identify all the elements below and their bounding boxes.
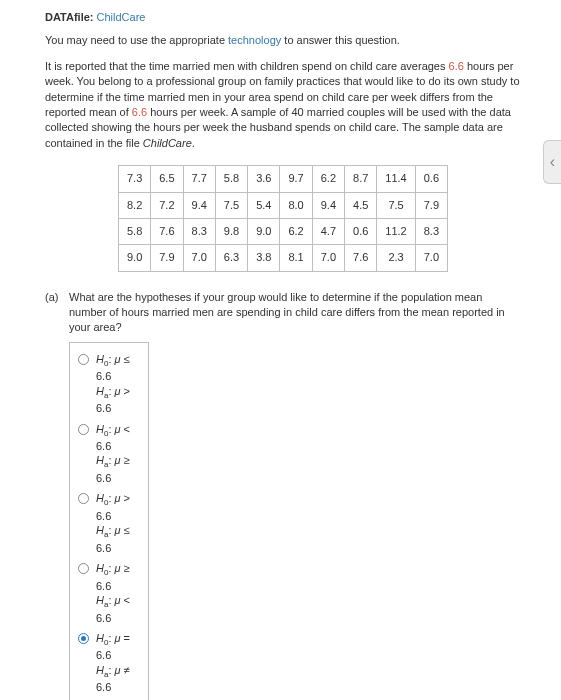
data-cell: 9.0 <box>118 245 150 271</box>
hypothesis-pair: H0: μ ≤ 6.6Ha: μ > 6.6 <box>96 352 140 416</box>
pt1: It is reported that the time married men… <box>45 60 449 72</box>
hypothesis-pair: H0: μ < 6.6Ha: μ ≥ 6.6 <box>96 422 140 486</box>
data-cell: 7.0 <box>415 245 447 271</box>
data-cell: 8.0 <box>280 192 312 218</box>
data-cell: 7.0 <box>183 245 215 271</box>
radio-icon[interactable] <box>78 633 89 644</box>
data-cell: 8.7 <box>345 166 377 192</box>
hypothesis-option[interactable]: H0: μ ≤ 6.6Ha: μ > 6.6 <box>78 349 140 419</box>
data-cell: 9.4 <box>183 192 215 218</box>
hypothesis-option[interactable]: H0: μ = 6.6Ha: μ ≠ 6.6 <box>78 628 140 698</box>
part-a: (a) What are the hypotheses if your grou… <box>45 290 521 700</box>
data-cell: 5.4 <box>248 192 280 218</box>
data-cell: 8.1 <box>280 245 312 271</box>
data-cell: 9.7 <box>280 166 312 192</box>
data-cell: 9.4 <box>312 192 344 218</box>
tech-post: to answer this question. <box>281 34 400 46</box>
side-tab-chevron-icon[interactable]: ‹ <box>543 140 561 184</box>
data-cell: 9.0 <box>248 218 280 244</box>
tech-pre: You may need to use the appropriate <box>45 34 228 46</box>
data-cell: 2.3 <box>377 245 415 271</box>
hypothesis-pair: H0: μ ≥ 6.6Ha: μ < 6.6 <box>96 561 140 625</box>
data-cell: 9.8 <box>215 218 247 244</box>
data-cell: 0.6 <box>345 218 377 244</box>
data-cell: 6.3 <box>215 245 247 271</box>
problem-statement: It is reported that the time married men… <box>45 59 521 151</box>
data-cell: 8.3 <box>415 218 447 244</box>
radio-icon[interactable] <box>78 493 89 504</box>
data-cell: 3.6 <box>248 166 280 192</box>
data-cell: 7.6 <box>151 218 183 244</box>
radio-icon[interactable] <box>78 563 89 574</box>
radio-icon[interactable] <box>78 424 89 435</box>
datafile-link[interactable]: ChildCare <box>97 11 146 23</box>
pfile: ChildCare <box>143 137 192 149</box>
data-cell: 7.6 <box>345 245 377 271</box>
data-cell: 7.5 <box>215 192 247 218</box>
radio-icon[interactable] <box>78 354 89 365</box>
hypothesis-option[interactable]: H0: μ < 6.6Ha: μ ≥ 6.6 <box>78 419 140 489</box>
part-a-options: H0: μ ≤ 6.6Ha: μ > 6.6H0: μ < 6.6Ha: μ ≥… <box>69 342 149 700</box>
sample-data-table: 7.36.57.75.83.69.76.28.711.40.68.27.29.4… <box>118 165 448 272</box>
datafile-label: DATAfile: <box>45 11 93 23</box>
hypothesis-option[interactable]: H0: μ > 6.6Ha: μ ≤ 6.6 <box>78 488 140 558</box>
data-cell: 6.5 <box>151 166 183 192</box>
pn2: 6.6 <box>132 106 147 118</box>
hypothesis-pair: H0: μ > 6.6Ha: μ ≤ 6.6 <box>96 491 140 555</box>
technology-note: You may need to use the appropriate tech… <box>45 33 521 48</box>
hypothesis-pair: H0: μ = 6.6Ha: μ ≠ 6.6 <box>96 631 140 695</box>
data-cell: 7.2 <box>151 192 183 218</box>
part-a-label: (a) <box>45 290 69 700</box>
pn1: 6.6 <box>449 60 464 72</box>
data-cell: 7.3 <box>118 166 150 192</box>
data-cell: 8.3 <box>183 218 215 244</box>
pt4: . <box>192 137 195 149</box>
data-cell: 4.5 <box>345 192 377 218</box>
data-cell: 6.2 <box>312 166 344 192</box>
data-cell: 11.4 <box>377 166 415 192</box>
datafile-line: DATAfile: ChildCare <box>45 10 521 25</box>
data-cell: 7.5 <box>377 192 415 218</box>
data-cell: 5.8 <box>118 218 150 244</box>
data-cell: 7.9 <box>415 192 447 218</box>
data-cell: 4.7 <box>312 218 344 244</box>
hypothesis-option[interactable]: H0: μ ≥ 6.6Ha: μ < 6.6 <box>78 558 140 628</box>
data-cell: 6.2 <box>280 218 312 244</box>
data-cell: 5.8 <box>215 166 247 192</box>
data-cell: 7.9 <box>151 245 183 271</box>
data-cell: 7.0 <box>312 245 344 271</box>
data-cell: 8.2 <box>118 192 150 218</box>
data-cell: 3.8 <box>248 245 280 271</box>
data-cell: 11.2 <box>377 218 415 244</box>
data-cell: 0.6 <box>415 166 447 192</box>
data-cell: 7.7 <box>183 166 215 192</box>
technology-link[interactable]: technology <box>228 34 281 46</box>
part-a-question: What are the hypotheses if your group wo… <box>69 290 521 336</box>
